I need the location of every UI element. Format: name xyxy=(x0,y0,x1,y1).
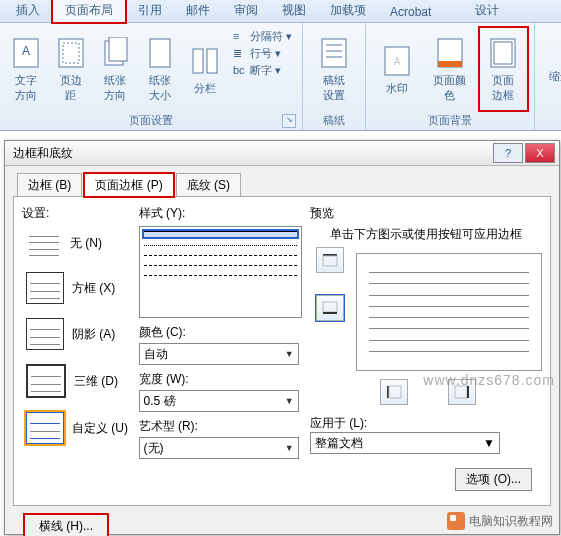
dialog-title-bar[interactable]: 边框和底纹 ? X xyxy=(5,141,559,166)
setting-shadow[interactable]: 阴影 (A) xyxy=(26,318,133,350)
svg-rect-22 xyxy=(323,312,337,314)
svg-rect-17 xyxy=(491,39,515,67)
tab-mailings[interactable]: 邮件 xyxy=(174,0,222,22)
tab-references[interactable]: 引用 xyxy=(126,0,174,22)
borders-shading-dialog: 边框和底纹 ? X 边框 (B) 页面边框 (P) 底纹 (S) 设置: 无 (… xyxy=(4,140,560,535)
page-color-button[interactable]: 页面颜色 xyxy=(425,27,474,111)
chevron-down-icon: ▼ xyxy=(483,436,495,450)
color-select[interactable]: 自动 ▼ xyxy=(139,343,299,365)
border-left-icon xyxy=(385,384,403,400)
line-numbers-button[interactable]: ≣行号 ▾ xyxy=(233,46,292,61)
setting-none[interactable]: 无 (N) xyxy=(26,228,133,258)
page-setup-small-buttons: ≡分隔符 ▾ ≣行号 ▾ bc断字 ▾ xyxy=(229,27,296,111)
setting-3d[interactable]: 三维 (D) xyxy=(26,364,133,398)
art-select[interactable]: (无) ▼ xyxy=(139,437,299,459)
breaks-button[interactable]: ≡分隔符 ▾ xyxy=(233,29,292,44)
style-option-dashed[interactable] xyxy=(144,255,297,257)
page-borders-icon xyxy=(487,37,519,69)
watermark: 电脑知识教程网 xyxy=(447,512,553,530)
group-page-setup-label: 页面设置 ↘ xyxy=(6,111,296,130)
hyphenation-icon: bc xyxy=(233,64,247,78)
tab-review[interactable]: 审阅 xyxy=(222,0,270,22)
tab-design[interactable]: 设计 xyxy=(463,0,511,22)
margins-button[interactable]: 页边距 xyxy=(51,27,92,111)
preview-document[interactable] xyxy=(356,253,542,371)
tab-addins[interactable]: 加载项 xyxy=(318,0,378,22)
page-borders-button[interactable]: 页面 边框 xyxy=(479,27,528,111)
group-page-background: A 水印 页面颜色 页面 边框 页面背景 xyxy=(366,23,535,130)
size-button[interactable]: 纸张大小 xyxy=(140,27,181,111)
dialog-tab-border[interactable]: 边框 (B) xyxy=(17,173,82,197)
group-page-background-label: 页面背景 xyxy=(372,111,528,130)
dialog-tab-shading[interactable]: 底纹 (S) xyxy=(176,173,241,197)
tab-page-layout[interactable]: 页面布局 xyxy=(52,0,126,23)
svg-rect-7 xyxy=(193,49,203,73)
setting-custom[interactable]: 自定义 (U) xyxy=(26,412,133,444)
dialog-help-button[interactable]: ? xyxy=(493,143,523,163)
watermark-icon: A xyxy=(381,45,413,77)
hyphenation-button[interactable]: bc断字 ▾ xyxy=(233,63,292,78)
tab-acrobat[interactable]: Acrobat xyxy=(378,2,443,22)
svg-rect-9 xyxy=(322,39,346,67)
dialog-tabs: 边框 (B) 页面边框 (P) 底纹 (S) xyxy=(5,166,559,196)
breaks-icon: ≡ xyxy=(233,30,247,44)
text-direction-button[interactable]: A 文字方向 xyxy=(6,27,47,111)
page-color-icon xyxy=(434,37,466,69)
preview-top-border-button[interactable] xyxy=(316,247,344,273)
tab-view[interactable]: 视图 xyxy=(270,0,318,22)
border-top-icon xyxy=(321,252,339,268)
style-listbox[interactable] xyxy=(139,226,302,318)
apply-to-row: 应用于 (L): 整篇文档 ▼ xyxy=(310,415,542,454)
apply-to-select[interactable]: 整篇文档 ▼ xyxy=(310,432,500,454)
width-select[interactable]: 0.5 磅 ▼ xyxy=(139,390,299,412)
style-option-dashdot[interactable] xyxy=(144,275,297,277)
tab-insert[interactable]: 插入 xyxy=(4,0,52,22)
horizontal-line-button[interactable]: 横线 (H)... xyxy=(24,514,108,536)
group-indent: 缩进 xyxy=(535,23,561,130)
line-numbers-icon: ≣ xyxy=(233,47,247,61)
dialog-close-button[interactable]: X xyxy=(525,143,555,163)
setting-box[interactable]: 方框 (X) xyxy=(26,272,133,304)
svg-text:A: A xyxy=(393,56,400,67)
style-option-dashed2[interactable] xyxy=(144,265,297,267)
columns-icon xyxy=(189,45,221,77)
options-button[interactable]: 选项 (O)... xyxy=(455,468,532,491)
indent-button[interactable]: 缩进 xyxy=(541,27,561,126)
style-option-solid[interactable] xyxy=(144,231,297,237)
preview-bottom-border-button[interactable] xyxy=(316,295,344,321)
style-option-dotted[interactable] xyxy=(144,245,297,247)
manuscript-icon xyxy=(318,37,350,69)
watermark-url: www.dnzs678.com xyxy=(423,372,555,388)
svg-rect-5 xyxy=(109,37,127,61)
watermark-text: 电脑知识教程网 xyxy=(469,513,553,530)
svg-rect-6 xyxy=(150,39,170,67)
page-setup-launcher[interactable]: ↘ xyxy=(282,114,296,128)
dialog-title: 边框和底纹 xyxy=(13,145,73,162)
ribbon-body: A 文字方向 页边距 纸张方向 纸张大小 分栏 ≡分隔符 ▾ ≣行号 ▾ xyxy=(0,23,561,131)
preview-hint: 单击下方图示或使用按钮可应用边框 xyxy=(310,226,542,243)
group-manuscript-label: 稿纸 xyxy=(309,111,359,130)
margins-icon xyxy=(55,37,87,69)
text-direction-icon: A xyxy=(10,37,42,69)
group-page-setup: A 文字方向 页边距 纸张方向 纸张大小 分栏 ≡分隔符 ▾ ≣行号 ▾ xyxy=(0,23,303,130)
orientation-icon xyxy=(99,37,131,69)
preview-left-border-button[interactable] xyxy=(380,379,408,405)
size-icon xyxy=(144,37,176,69)
preview-column: 预览 单击下方图示或使用按钮可应用边框 xyxy=(310,205,542,497)
orientation-button[interactable]: 纸张方向 xyxy=(95,27,136,111)
style-column: 样式 (Y): 颜色 (C): 自动 ▼ 宽度 (W): 0.5 磅 ▼ xyxy=(139,205,302,497)
border-bottom-icon xyxy=(321,300,339,316)
dialog-panel: 设置: 无 (N) 方框 (X) 阴影 (A) 三维 (D) 自定义 (U) xyxy=(13,196,551,506)
ribbon-tab-strip: 插入 页面布局 引用 邮件 审阅 视图 加载项 Acrobat 设计 xyxy=(0,0,561,23)
chevron-down-icon: ▼ xyxy=(285,443,294,453)
width-row: 宽度 (W): 0.5 磅 ▼ xyxy=(139,371,302,412)
group-indent-label xyxy=(541,126,561,130)
dialog-tab-page-border[interactable]: 页面边框 (P) xyxy=(84,173,173,197)
watermark-button[interactable]: A 水印 xyxy=(372,27,421,111)
manuscript-settings-button[interactable]: 稿纸 设置 xyxy=(309,27,359,111)
svg-rect-8 xyxy=(207,49,217,73)
settings-column: 设置: 无 (N) 方框 (X) 阴影 (A) 三维 (D) 自定义 (U) xyxy=(22,205,133,497)
columns-button[interactable]: 分栏 xyxy=(184,27,225,111)
group-manuscript: 稿纸 设置 稿纸 xyxy=(303,23,366,130)
art-row: 艺术型 (R): (无) ▼ xyxy=(139,418,302,459)
